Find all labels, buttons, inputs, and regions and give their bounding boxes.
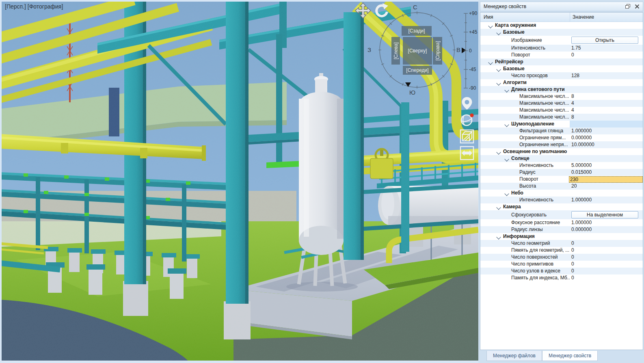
- property-action-button[interactable]: Открыть: [571, 37, 638, 44]
- property-row[interactable]: Солнце: [480, 155, 643, 162]
- view-compass[interactable]: С Ю З В [Сзади] [Сверху] [Слева] [Справа…: [364, 0, 469, 99]
- property-row[interactable]: Алгоритм: [480, 79, 643, 86]
- property-row[interactable]: Интенсивность1.000000: [480, 197, 643, 203]
- view-front-button[interactable]: [Спереди]: [403, 66, 432, 75]
- property-value[interactable]: [570, 29, 643, 36]
- property-value[interactable]: На выделенном: [570, 210, 643, 219]
- view-right-button[interactable]: [Справа]: [433, 37, 442, 65]
- property-value[interactable]: 0.000000: [570, 226, 643, 233]
- grid-header[interactable]: Имя Значение: [480, 13, 643, 22]
- property-name: Число проходов: [511, 72, 548, 79]
- column-name-header[interactable]: Имя: [480, 13, 570, 22]
- property-edit-field[interactable]: [569, 176, 643, 183]
- property-row[interactable]: Радиус линзы0.000000: [480, 226, 643, 233]
- property-value[interactable]: 8: [570, 114, 643, 121]
- property-row[interactable]: Рейтрейсер: [480, 58, 643, 65]
- property-row[interactable]: Число примитивов0: [480, 261, 643, 268]
- property-row[interactable]: Ограничение прям...0.000000: [480, 134, 643, 141]
- property-row[interactable]: Число проходов128: [480, 72, 643, 79]
- property-row[interactable]: Длина светового пути: [480, 86, 643, 93]
- property-value[interactable]: [570, 65, 643, 72]
- property-value[interactable]: [570, 155, 643, 162]
- property-row[interactable]: Память для индекса, Мб...0: [480, 274, 643, 281]
- column-value-header[interactable]: Значение: [570, 13, 643, 22]
- property-value[interactable]: 1.75: [570, 45, 643, 52]
- view-top-button[interactable]: [Сверху]: [403, 37, 432, 65]
- property-value[interactable]: [570, 22, 643, 29]
- property-value[interactable]: 5.000000: [570, 162, 643, 169]
- property-row[interactable]: Поворот: [480, 176, 643, 183]
- panel-title-bar[interactable]: Менеджер свойств: [480, 2, 643, 11]
- render-viewport[interactable]: [Персп.] [Фотография] С Ю З В [Сзади] [С…: [0, 0, 478, 363]
- property-value[interactable]: [570, 233, 643, 240]
- property-value[interactable]: [570, 86, 643, 93]
- property-row[interactable]: Базовые: [480, 29, 643, 36]
- property-value[interactable]: 0: [570, 274, 643, 281]
- property-value[interactable]: [570, 148, 643, 155]
- property-row[interactable]: Максимальное числ...4: [480, 100, 643, 107]
- property-row[interactable]: СфокусироватьНа выделенном: [480, 210, 643, 219]
- property-name: Пямять для геометрий, ...: [511, 247, 569, 254]
- property-row[interactable]: ИзображениеОткрыть: [480, 36, 643, 45]
- property-row[interactable]: Фокусное расстояние1.000000: [480, 219, 643, 226]
- property-value[interactable]: 0: [570, 52, 643, 58]
- property-value[interactable]: 8: [570, 93, 643, 100]
- property-value[interactable]: 20: [570, 183, 643, 190]
- property-value[interactable]: 10.000000: [570, 141, 643, 148]
- close-icon[interactable]: [635, 4, 640, 9]
- property-action-button[interactable]: На выделенном: [571, 211, 638, 218]
- property-row[interactable]: Число поверхностей0: [480, 254, 643, 261]
- location-pin-icon[interactable]: [460, 96, 474, 110]
- property-row[interactable]: Камера: [480, 203, 643, 210]
- hatched-box-icon[interactable]: [460, 129, 474, 144]
- property-value[interactable]: [570, 190, 643, 197]
- property-row[interactable]: Поворот0: [480, 52, 643, 58]
- property-value[interactable]: 128: [570, 72, 643, 79]
- sun-sphere-icon[interactable]: [460, 112, 474, 127]
- property-value[interactable]: 0.015000: [570, 169, 643, 176]
- property-value[interactable]: 1.000000: [570, 197, 643, 203]
- property-row[interactable]: Освещение по умолчанию: [480, 148, 643, 155]
- property-value[interactable]: Открыть: [570, 36, 643, 45]
- property-row[interactable]: Пямять для геометрий, ...0: [480, 247, 643, 254]
- viewport-mode-label[interactable]: [Персп.] [Фотография]: [5, 3, 63, 10]
- property-value[interactable]: 0: [570, 240, 643, 247]
- property-row[interactable]: Число геометрий0: [480, 240, 643, 247]
- property-value[interactable]: 0: [570, 254, 643, 261]
- property-value[interactable]: 0: [570, 268, 643, 274]
- property-value[interactable]: 1.000000: [570, 219, 643, 226]
- property-value[interactable]: [570, 203, 643, 210]
- swap-arrows-icon[interactable]: [460, 146, 474, 160]
- property-value[interactable]: [567, 176, 643, 183]
- property-value[interactable]: 1.000000: [570, 127, 643, 134]
- property-row[interactable]: Интенсивность5.000000: [480, 162, 643, 169]
- property-value[interactable]: 0.000000: [570, 134, 643, 141]
- tab-property-manager[interactable]: Менеджер свойств: [542, 351, 598, 361]
- property-row[interactable]: Максимальное числ...8: [480, 114, 643, 121]
- property-row[interactable]: Информация: [480, 233, 643, 240]
- property-row[interactable]: Фильтрация глянца1.000000: [480, 127, 643, 134]
- property-value[interactable]: 4: [570, 100, 643, 107]
- property-value[interactable]: 0: [570, 261, 643, 268]
- property-value[interactable]: [570, 121, 643, 127]
- property-value[interactable]: [570, 79, 643, 86]
- property-row[interactable]: Базовые: [480, 65, 643, 72]
- property-row[interactable]: Шумоподавление: [480, 121, 643, 127]
- property-row[interactable]: Максимальное числ...4: [480, 107, 643, 114]
- property-row[interactable]: Небо: [480, 190, 643, 197]
- property-row[interactable]: Максимальное числ...8: [480, 93, 643, 100]
- property-value[interactable]: [570, 58, 643, 65]
- property-row[interactable]: Число узлов в идексе0: [480, 268, 643, 274]
- property-row[interactable]: Карта окружения: [480, 22, 643, 29]
- view-back-button[interactable]: [Сзади]: [402, 26, 432, 36]
- property-row[interactable]: Высота20: [480, 183, 643, 190]
- property-row[interactable]: Радиус0.015000: [480, 169, 643, 176]
- float-icon[interactable]: [625, 4, 631, 9]
- property-row[interactable]: Ограничение непря...10.000000: [480, 141, 643, 148]
- view-left-button[interactable]: [Слева]: [391, 37, 400, 65]
- elevation-scale[interactable]: +90+450-45-90: [458, 8, 479, 93]
- tab-file-manager[interactable]: Менеджер файлов: [486, 351, 542, 361]
- property-value[interactable]: 4: [570, 107, 643, 114]
- property-row[interactable]: Интенсивность1.75: [480, 45, 643, 52]
- property-value[interactable]: 0: [570, 247, 643, 254]
